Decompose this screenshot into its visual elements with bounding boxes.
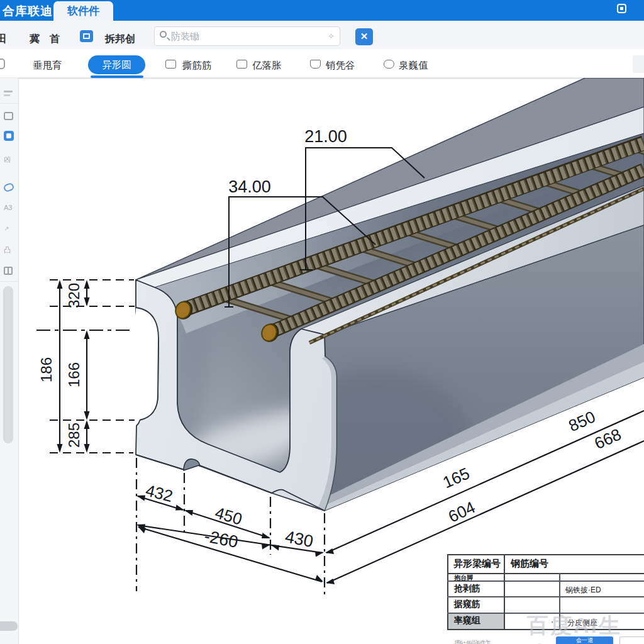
svg-text:450: 450 <box>213 503 244 529</box>
svg-text:21.00: 21.00 <box>304 127 347 146</box>
svg-text:34.00: 34.00 <box>228 177 271 196</box>
svg-text:285: 285 <box>65 423 82 448</box>
svg-text:165: 165 <box>440 464 472 492</box>
svg-text:166: 166 <box>65 362 82 387</box>
svg-text:320: 320 <box>65 283 82 308</box>
svg-text:432: 432 <box>143 480 174 506</box>
svg-text:668: 668 <box>591 425 624 453</box>
svg-text:850: 850 <box>565 407 598 435</box>
svg-text:186: 186 <box>38 357 55 382</box>
svg-text:604: 604 <box>445 497 478 526</box>
